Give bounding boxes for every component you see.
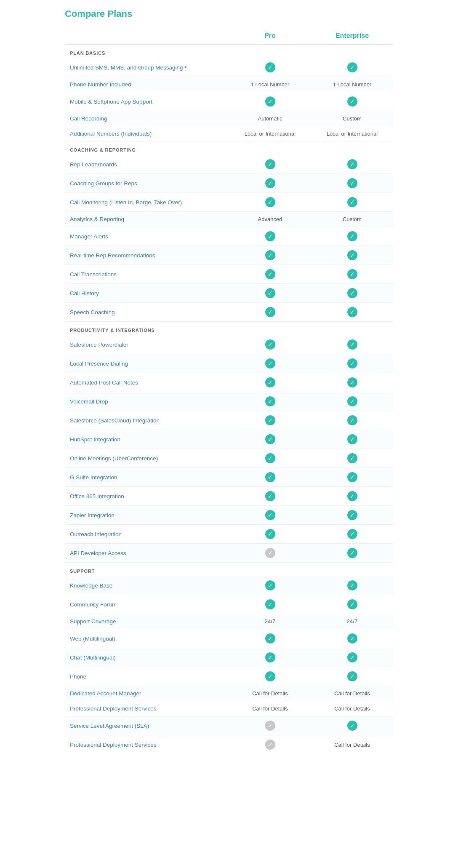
text-value: Custom [343, 115, 362, 122]
check-icon: ✓ [347, 377, 357, 387]
table-row: Call History ✓ ✓ [65, 284, 393, 303]
pro-value: ✓ [229, 174, 311, 193]
feature-name: HubSpot Integration [65, 430, 229, 449]
table-row: Call Recording Automatic Custom [65, 111, 393, 126]
table-row: Voicemail Drop ✓ ✓ [65, 392, 393, 411]
table-row: Additional Numbers (Individuals) Local o… [65, 126, 393, 142]
pro-value: ✓ [229, 193, 311, 212]
enterprise-value: ✓ [311, 246, 393, 265]
pro-value: ✓ [229, 155, 311, 174]
check-icon: ✓ [347, 491, 357, 501]
table-row: Knowledge Base ✓ ✓ [65, 576, 393, 595]
check-icon: ✓ [347, 580, 357, 590]
feature-name: Professional Deployment Services [65, 735, 229, 754]
check-icon: ✓ [347, 652, 357, 662]
table-row: Unlimited SMS, MMS, and Group Messaging … [65, 58, 393, 77]
feature-name: Local Presence Dialing [65, 354, 229, 373]
pro-column-header: Pro [229, 28, 311, 44]
table-row: G Suite Integration ✓ ✓ [65, 468, 393, 487]
check-icon: ✓ [347, 415, 357, 425]
check-icon: ✓ [265, 250, 275, 260]
enterprise-value: ✓ [311, 487, 393, 506]
feature-name: Call Transcriptions [65, 265, 229, 284]
enterprise-column-header: Enterprise [311, 28, 393, 44]
pro-value: Advanced [229, 212, 311, 227]
check-icon: ✓ [347, 269, 357, 279]
section-header-support: SUPPORT [65, 563, 393, 577]
check-disabled-icon: ✓ [265, 740, 275, 750]
section-label: PRODUCTIVITY & INTEGRATIONS [65, 322, 393, 336]
enterprise-value: ✓ [311, 92, 393, 111]
enterprise-value: Call for Details [311, 701, 393, 716]
table-header-row: Pro Enterprise [65, 28, 393, 44]
check-icon: ✓ [347, 250, 357, 260]
enterprise-value: ✓ [311, 667, 393, 686]
text-value: Local or International [245, 131, 296, 137]
feature-name: Call History [65, 284, 229, 303]
enterprise-value: ✓ [311, 265, 393, 284]
enterprise-value: ✓ [311, 174, 393, 193]
pro-value: ✓ [229, 595, 311, 614]
enterprise-value: Custom [311, 212, 393, 227]
pro-value: ✓ [229, 667, 311, 686]
table-row: Dedicated Account Manager Call for Detai… [65, 686, 393, 701]
check-icon: ✓ [265, 472, 275, 482]
pro-value: 24/7 [229, 614, 311, 629]
enterprise-value: ✓ [311, 430, 393, 449]
pro-value: ✓ [229, 335, 311, 354]
feature-name: Analytics & Reporting [65, 212, 229, 227]
check-icon: ✓ [347, 510, 357, 520]
pro-value: ✓ [229, 487, 311, 506]
pro-value: ✓ [229, 92, 311, 111]
enterprise-value: ✓ [311, 227, 393, 246]
table-row: Call Transcriptions ✓ ✓ [65, 265, 393, 284]
feature-name: Salesforce Powerdialer [65, 335, 229, 354]
pro-value: ✓ [229, 576, 311, 595]
enterprise-value: ✓ [311, 525, 393, 544]
pro-value: ✓ [229, 449, 311, 468]
table-row: Manager Alerts ✓ ✓ [65, 227, 393, 246]
compare-plans-container: Compare Plans Pro Enterprise PLAN BASICS… [61, 0, 397, 763]
section-header-productivity-integrations: PRODUCTIVITY & INTEGRATIONS [65, 322, 393, 336]
feature-name: Chat (Multilingual) [65, 648, 229, 667]
feature-name: Unlimited SMS, MMS, and Group Messaging … [65, 58, 229, 77]
enterprise-value: ✓ [311, 354, 393, 373]
section-label: SUPPORT [65, 563, 393, 577]
feature-name: Support Coverage [65, 614, 229, 629]
enterprise-value: ✓ [311, 576, 393, 595]
enterprise-value: ✓ [311, 449, 393, 468]
check-icon: ✓ [265, 307, 275, 317]
enterprise-value: ✓ [311, 595, 393, 614]
feature-name: Mobile & Softphone App Support [65, 92, 229, 111]
check-icon: ✓ [347, 396, 357, 406]
enterprise-value: ✓ [311, 716, 393, 735]
pro-value: ✓ [229, 354, 311, 373]
table-row: HubSpot Integration ✓ ✓ [65, 430, 393, 449]
pro-value: ✓ [229, 648, 311, 667]
pro-value: Local or International [229, 126, 311, 142]
enterprise-value: ✓ [311, 629, 393, 648]
text-value: 24/7 [265, 618, 275, 625]
enterprise-value: ✓ [311, 411, 393, 430]
pro-value: ✓ [229, 430, 311, 449]
section-header-plan-basics: PLAN BASICS [65, 44, 393, 58]
pro-value: ✓ [229, 246, 311, 265]
check-icon: ✓ [347, 62, 357, 72]
pro-value: ✓ [229, 629, 311, 648]
feature-name: Rep Leaderboards [65, 155, 229, 174]
text-value: 1 Local Number [333, 81, 372, 88]
table-row: Service Level Agreement (SLA) ✓ ✓ [65, 716, 393, 735]
pro-value: Call for Details [229, 686, 311, 701]
text-value: Automatic [258, 115, 282, 122]
check-icon: ✓ [265, 491, 275, 501]
check-icon: ✓ [265, 434, 275, 444]
table-row: Web (Multilingual) ✓ ✓ [65, 629, 393, 648]
pro-value: ✓ [229, 58, 311, 77]
check-icon: ✓ [347, 599, 357, 609]
table-row: Salesforce (SalesCloud) Integration ✓ ✓ [65, 411, 393, 430]
feature-name: Additional Numbers (Individuals) [65, 126, 229, 142]
enterprise-value: ✓ [311, 284, 393, 303]
check-icon: ✓ [347, 288, 357, 298]
check-icon: ✓ [347, 453, 357, 463]
table-row: Zapier Integration ✓ ✓ [65, 506, 393, 525]
